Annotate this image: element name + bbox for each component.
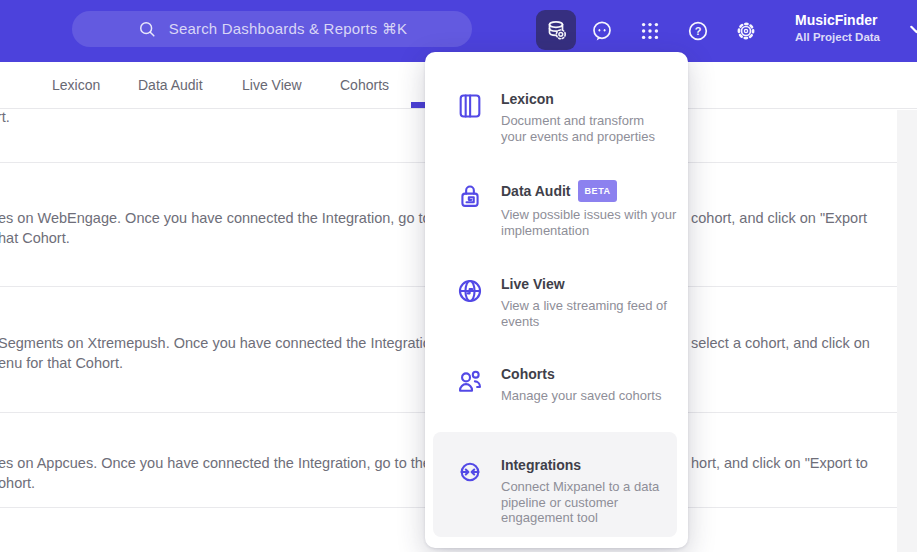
menu-item-description: Manage your saved cohorts: [501, 388, 661, 404]
chevron-down-icon: [910, 25, 917, 34]
search-input[interactable]: Search Dashboards & Reports ⌘K: [72, 11, 472, 47]
search-placeholder: Search Dashboards & Reports ⌘K: [169, 20, 408, 38]
menu-item-description: View possible issues with your implement…: [501, 207, 676, 238]
feedback-button[interactable]: [584, 13, 620, 49]
sync-arrows-icon: [456, 458, 484, 486]
data-management-dropdown-panel: Lexicon Document and transform your even…: [425, 52, 688, 548]
help-icon: ?: [686, 19, 710, 43]
app-window: rt. es on WebEngage. Once you have conne…: [0, 0, 917, 552]
row-text-fragment: es on Appcues. Once you have connected t…: [0, 454, 447, 472]
search-icon: [137, 19, 157, 39]
settings-button[interactable]: [728, 13, 764, 49]
menu-item-live-view[interactable]: Live View View a live streaming feed of …: [435, 275, 677, 329]
menu-item-title: Lexicon: [501, 90, 655, 108]
menu-item-cohorts[interactable]: Cohorts Manage your saved cohorts: [435, 365, 677, 404]
tab-data-audit[interactable]: Data Audit: [138, 62, 203, 108]
tab-lexicon[interactable]: Lexicon: [52, 62, 100, 108]
apps-grid-button[interactable]: [632, 13, 668, 49]
row-text-fragment: enu for that Cohort.: [0, 354, 123, 372]
lock-audit-icon: [456, 182, 484, 210]
row-text-fragment: hort, and click on "Export to: [691, 454, 868, 472]
help-button[interactable]: ?: [680, 13, 716, 49]
row-text-fragment: Segments on Xtremepush. Once you have co…: [0, 334, 443, 352]
project-switcher[interactable]: MusicFinder All Project Data: [795, 11, 905, 51]
menu-item-title: Data AuditBETA: [501, 180, 676, 202]
row-text-fragment: cohort, and click on "Export: [691, 209, 867, 227]
project-scope: All Project Data: [795, 30, 905, 45]
apps-grid-icon: [638, 19, 662, 43]
project-name: MusicFinder: [795, 11, 905, 29]
svg-text:?: ?: [695, 25, 702, 37]
tab-live-view[interactable]: Live View: [242, 62, 302, 108]
menu-item-description: Document and transform your events and p…: [501, 113, 655, 144]
book-icon: [456, 92, 484, 120]
row-text-fragment: rt.: [0, 108, 10, 126]
feedback-smiley-icon: [590, 19, 614, 43]
menu-item-description: View a live streaming feed of events: [501, 298, 667, 329]
row-text-fragment: ohort.: [0, 474, 35, 492]
tab-cohorts[interactable]: Cohorts: [340, 62, 389, 108]
row-text-fragment: select a cohort, and click on: [691, 334, 870, 352]
menu-item-description: Connect Mixpanel to a data pipeline or c…: [501, 479, 659, 526]
menu-item-integrations[interactable]: Integrations Connect Mixpanel to a data …: [433, 432, 677, 537]
globe-icon: [456, 277, 484, 305]
menu-item-data-audit[interactable]: Data AuditBETA View possible issues with…: [435, 180, 677, 238]
menu-item-title: Cohorts: [501, 365, 661, 383]
menu-item-title: Integrations: [501, 456, 659, 474]
menu-item-lexicon[interactable]: Lexicon Document and transform your even…: [435, 90, 677, 144]
scroll-gutter: [897, 110, 917, 552]
people-icon: [456, 367, 484, 395]
database-gear-icon: [544, 18, 568, 42]
row-text-fragment: hat Cohort.: [0, 229, 70, 247]
data-management-button[interactable]: [536, 10, 576, 50]
beta-badge: BETA: [578, 180, 616, 202]
menu-item-title: Live View: [501, 275, 667, 293]
gear-icon: [734, 19, 758, 43]
row-text-fragment: es on WebEngage. Once you have connected…: [0, 209, 455, 227]
